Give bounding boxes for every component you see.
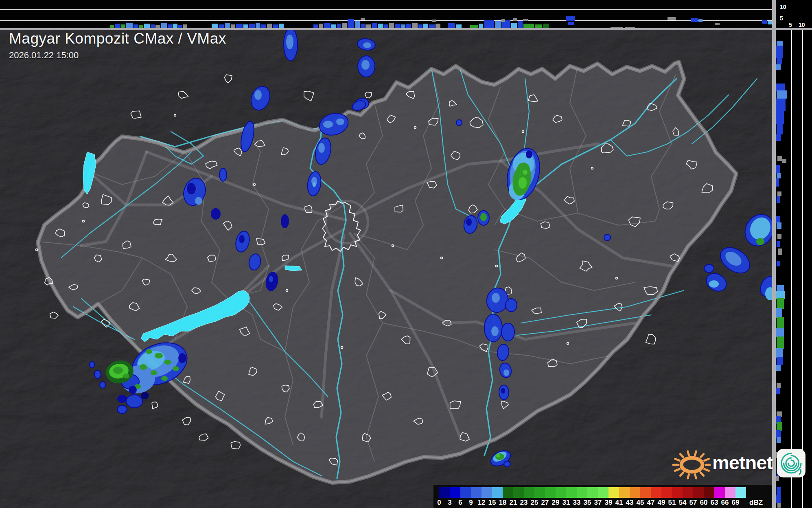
radar-map	[0, 30, 772, 508]
legend-tick: 39	[605, 499, 613, 507]
legend-tick: 35	[584, 499, 591, 507]
legend-tick: 31	[562, 499, 570, 507]
legend-color-cell	[534, 487, 545, 498]
legend-color-cell	[683, 487, 693, 498]
timestamp: 2026.01.22 15:00	[9, 50, 226, 61]
legend-unit: dBZ	[749, 499, 763, 507]
top-profile-plot	[0, 0, 772, 29]
legend-color-cell	[661, 487, 672, 498]
legend-tick: 45	[637, 499, 644, 507]
legend-color-cell	[513, 487, 524, 498]
legend-color-cell	[556, 487, 566, 498]
legend-color-cell	[524, 487, 534, 498]
right-axis-label-10: 10	[799, 22, 805, 28]
horizontal-separator	[0, 28, 812, 30]
legend-color-cell	[725, 487, 735, 498]
legend-tick: 6	[458, 499, 462, 507]
legend-tick: 57	[689, 499, 697, 507]
legend-tick: 41	[615, 499, 623, 507]
legend-color-cell	[577, 487, 587, 498]
legend-tick: 9	[469, 499, 473, 507]
legend-tick: 15	[488, 499, 496, 507]
legend-tick: 25	[531, 499, 538, 507]
title-block: Magyar Kompozit CMax / VMax 2026.01.22 1…	[9, 30, 226, 61]
metnet-logo[interactable]: metnet	[668, 446, 806, 481]
legend-tick: 21	[510, 499, 517, 507]
corner-axis-block: 10 5	[776, 0, 812, 29]
legend-color-cell	[439, 487, 450, 498]
legend-tick: 29	[552, 499, 560, 507]
legend-color-cell	[482, 487, 492, 498]
top-profile-strip	[0, 0, 772, 29]
page-title: Magyar Kompozit CMax / VMax	[9, 30, 226, 47]
legend-color-cell	[503, 487, 513, 498]
legend-color-cell	[545, 487, 556, 498]
hungary-map-svg	[0, 30, 772, 508]
legend-color-cell	[693, 487, 704, 498]
legend-color-cell	[640, 487, 651, 498]
legend-tick: 3	[448, 499, 451, 507]
top-axis-label-10: 10	[780, 4, 786, 10]
legend-tick: 49	[658, 499, 665, 507]
right-axis-label-5: 5	[789, 22, 792, 28]
top-axis-label-5: 5	[780, 15, 783, 21]
legend-tick: 51	[668, 499, 676, 507]
legend-color-cell	[651, 487, 661, 498]
legend-color-cell	[460, 487, 471, 498]
legend-tick: 37	[594, 499, 602, 507]
legend-tick: 12	[478, 499, 486, 507]
legend-color-cell	[598, 487, 608, 498]
legend-tick: 23	[520, 499, 528, 507]
legend-color-cell	[566, 487, 577, 498]
legend-tick: 60	[700, 499, 708, 507]
metnet-logo-text: metnet	[712, 451, 773, 474]
sun-icon	[668, 446, 711, 481]
legend-tick: 33	[573, 499, 581, 507]
legend-tick: 63	[711, 499, 718, 507]
legend-color-cell	[714, 487, 725, 498]
radar-screen: 10 5 5 10 Magyar Kompozit CMax / VMax 20…	[0, 0, 812, 508]
right-profile-plot	[776, 29, 812, 508]
legend-color-cell	[492, 487, 503, 498]
metnet-app-icon	[777, 449, 806, 478]
legend-color-cell	[619, 487, 630, 498]
legend-color-cell	[630, 487, 640, 498]
legend-color-cell	[608, 487, 619, 498]
legend-tick: 54	[679, 499, 687, 507]
right-profile-strip	[776, 29, 812, 508]
legend-tick: 47	[647, 499, 655, 507]
vertical-separator	[772, 0, 776, 508]
legend-color-bar	[439, 487, 746, 498]
legend-color-cell	[672, 487, 683, 498]
legend-tick: 18	[499, 499, 507, 507]
legend-color-cell	[471, 487, 482, 498]
dbz-legend: 0369121518212325272931333537394143454749…	[433, 485, 772, 508]
legend-tick: 43	[626, 499, 634, 507]
legend-tick: 0	[437, 499, 441, 507]
legend-color-cell	[735, 487, 746, 498]
legend-tick: 69	[732, 499, 740, 507]
legend-tick: 66	[721, 499, 729, 507]
legend-tick: 27	[541, 499, 549, 507]
legend-color-cell	[450, 487, 460, 498]
legend-color-cell	[704, 487, 714, 498]
legend-color-cell	[587, 487, 598, 498]
